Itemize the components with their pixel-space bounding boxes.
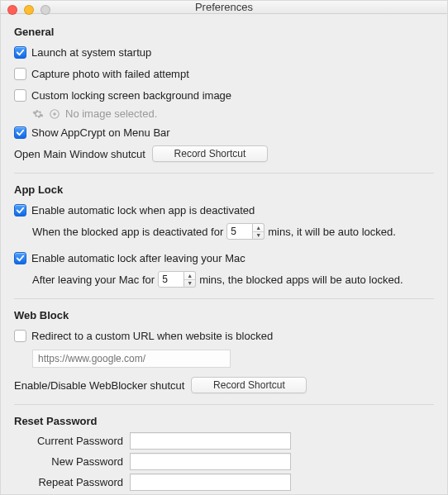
close-window-button[interactable] <box>7 5 17 15</box>
label-deactivated-pre: When the blocked app is deactivated for <box>32 226 223 238</box>
repeat-password-input[interactable] <box>130 474 291 491</box>
chevron-down-icon[interactable]: ▼ <box>184 280 195 288</box>
window-controls <box>7 5 50 15</box>
label-open-main-shortcut: Open Main Window shutcut <box>14 148 145 160</box>
checkbox-redirect[interactable] <box>14 330 26 342</box>
svg-point-1 <box>53 112 56 116</box>
label-leaving-pre: After leaving your Mac for <box>32 274 155 286</box>
row-enable-leaving: Enable automatic lock after leaving your… <box>14 249 434 267</box>
checkbox-enable-leaving[interactable] <box>14 252 26 264</box>
label-redirect: Redirect to a custom URL when website is… <box>31 330 273 342</box>
row-deactivated-detail: When the blocked app is deactivated for … <box>14 222 434 240</box>
label-custom-lock-bg: Custom locking screen background image <box>31 89 231 102</box>
separator-3 <box>14 404 434 405</box>
checkbox-enable-deactivated[interactable] <box>14 204 26 217</box>
section-title-applock: App Lock <box>14 183 434 196</box>
checkbox-custom-lock-bg[interactable] <box>14 89 26 102</box>
label-no-image: No image selected. <box>65 107 157 120</box>
row-open-main-shortcut: Open Main Window shutcut Record Shortcut <box>14 145 434 163</box>
zoom-window-button <box>41 5 50 15</box>
row-leaving-detail: After leaving your Mac for ▲ ▼ mins, the… <box>14 270 434 288</box>
label-current-password: Current Password <box>14 435 130 447</box>
row-capture-photo: Capture photo with failed attempt <box>14 64 434 83</box>
row-enable-deactivated: Enable automatic lock when app is deacti… <box>14 201 434 219</box>
record-shortcut-button[interactable]: Record Shortcut <box>152 145 268 162</box>
window-title: Preferences <box>1 1 447 13</box>
view-icon[interactable] <box>49 108 60 120</box>
deactivated-stepper-buttons[interactable]: ▲ ▼ <box>253 223 265 240</box>
checkbox-show-menubar[interactable] <box>14 126 26 139</box>
titlebar: Preferences <box>1 1 447 14</box>
section-title-webblock: Web Block <box>14 309 434 321</box>
deactivated-mins-input[interactable] <box>226 223 253 240</box>
row-current-password: Current Password <box>14 432 434 450</box>
row-repeat-password: Repeat Password <box>14 474 434 491</box>
row-webblocker-shortcut: Enable/Disable WebBlocker shutcut Record… <box>14 376 434 394</box>
row-no-image: No image selected. <box>14 107 434 120</box>
label-show-menubar: Show AppCrypt on Menu Bar <box>31 126 170 139</box>
label-enable-deactivated: Enable automatic lock when app is deacti… <box>31 204 255 217</box>
label-enable-leaving: Enable automatic lock after leaving your… <box>31 252 245 264</box>
gear-icon[interactable] <box>32 108 44 120</box>
label-repeat-password: Repeat Password <box>14 476 130 488</box>
redirect-url-input[interactable] <box>32 350 231 368</box>
chevron-down-icon[interactable]: ▼ <box>253 232 264 240</box>
row-redirect: Redirect to a custom URL when website is… <box>14 326 434 345</box>
content-area: General Launch at system startup Capture… <box>1 14 447 495</box>
preferences-window: Preferences General Launch at system sta… <box>0 0 448 495</box>
chevron-up-icon[interactable]: ▲ <box>253 224 264 232</box>
record-webblocker-shortcut-button[interactable]: Record Shortcut <box>191 377 307 393</box>
row-show-menubar: Show AppCrypt on Menu Bar <box>14 123 434 141</box>
chevron-up-icon[interactable]: ▲ <box>184 272 195 280</box>
checkbox-launch-startup[interactable] <box>14 46 26 59</box>
new-password-input[interactable] <box>130 453 291 470</box>
checkbox-capture-photo[interactable] <box>14 68 26 80</box>
label-webblocker-shortcut: Enable/Disable WebBlocker shutcut <box>14 379 184 392</box>
stepper-leaving: ▲ ▼ <box>158 271 196 288</box>
minimize-window-button[interactable] <box>24 5 34 15</box>
label-deactivated-post: mins, it will be auto locked. <box>268 226 396 238</box>
row-new-password: New Password <box>14 453 434 470</box>
leaving-stepper-buttons[interactable]: ▲ ▼ <box>184 271 196 288</box>
label-new-password: New Password <box>14 455 130 468</box>
section-title-general: General <box>14 26 434 38</box>
row-custom-lock-bg: Custom locking screen background image <box>14 86 434 104</box>
label-launch-startup: Launch at system startup <box>31 46 151 59</box>
leaving-mins-input[interactable] <box>158 271 184 288</box>
stepper-deactivated: ▲ ▼ <box>226 223 265 240</box>
section-title-reset: Reset Password <box>14 415 434 427</box>
current-password-input[interactable] <box>130 432 291 450</box>
separator-2 <box>14 298 434 299</box>
label-leaving-post: mins, the blocked apps will be auto lock… <box>199 274 403 286</box>
separator-1 <box>14 173 434 174</box>
row-launch-startup: Launch at system startup <box>14 43 434 61</box>
label-capture-photo: Capture photo with failed attempt <box>31 68 189 80</box>
